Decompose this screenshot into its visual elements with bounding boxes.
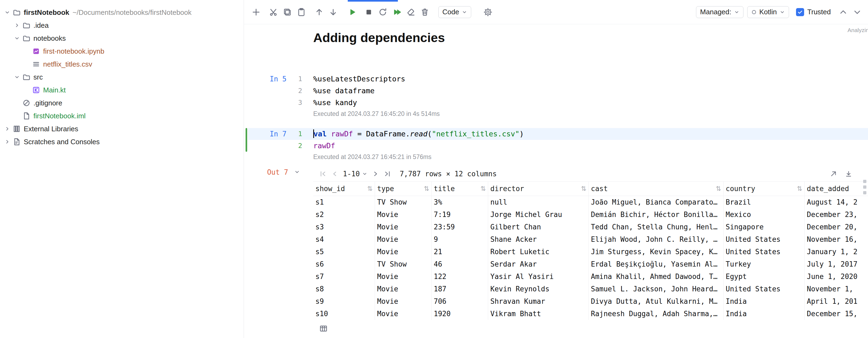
page-range-dropdown[interactable]: 1-10 — [343, 170, 367, 178]
table-cell[interactable]: s7 — [313, 270, 375, 283]
table-cell[interactable]: Jim Sturgess, Kevin Spacey, K… — [589, 246, 723, 258]
table-cell[interactable]: Brazil — [723, 196, 805, 208]
table-cell[interactable]: July 1, 2017 — [805, 258, 868, 270]
open-in-new-window-button[interactable] — [828, 168, 839, 179]
table-cell[interactable]: Singapore — [723, 221, 805, 233]
table-cell[interactable]: Demián Bichir, Héctor Bonilla… — [589, 208, 723, 221]
run-cell-button[interactable] — [346, 6, 359, 19]
column-header-date_added[interactable]: date_added⇅ — [805, 182, 868, 196]
table-cell[interactable]: Movie — [375, 270, 432, 283]
tree-item-firstnotebook-iml[interactable]: firstNotebook.iml — [0, 110, 244, 122]
table-cell[interactable]: June 1, 2020 — [805, 270, 868, 283]
column-header-cast[interactable]: cast⇅ — [589, 182, 723, 196]
sort-icon[interactable]: ⇅ — [797, 185, 802, 192]
column-header-type[interactable]: type⇅ — [375, 182, 432, 196]
managed-dropdown[interactable]: Managed: — [696, 6, 743, 18]
paste-cell-button[interactable] — [295, 6, 308, 19]
chevron-down-icon[interactable] — [4, 9, 11, 16]
table-cell[interactable]: Erdal Beşikçioğlu, Yasemin Al… — [589, 258, 723, 270]
table-cell[interactable]: s2 — [313, 208, 375, 221]
chevron-right-icon[interactable] — [4, 125, 11, 132]
table-cell[interactable]: 9 — [432, 233, 488, 246]
sort-icon[interactable]: ⇅ — [716, 185, 721, 192]
table-cell[interactable]: India — [723, 308, 805, 320]
tree-item-notebooks[interactable]: notebooks — [0, 32, 244, 45]
table-cell[interactable]: Mexico — [723, 208, 805, 221]
chevron-right-icon[interactable] — [13, 22, 21, 29]
table-cell[interactable]: Kevin Reynolds — [488, 283, 589, 295]
table-cell[interactable]: Jorge Michel Grau — [488, 208, 589, 221]
sort-icon[interactable]: ⇅ — [480, 185, 486, 192]
table-cell[interactable]: Serdar Akar — [488, 258, 589, 270]
table-cell[interactable]: s3 — [313, 221, 375, 233]
table-cell[interactable]: 706 — [432, 295, 488, 308]
cell-type-dropdown[interactable]: Code — [438, 6, 471, 18]
code-cell-in5[interactable]: In 51%useLatestDescriptors2%use datafram… — [244, 73, 868, 118]
code-text[interactable]: val rawDf = DataFrame.read("netflix_titl… — [313, 128, 524, 140]
table-cell[interactable]: Amina Khalil, Ahmed Dawood, T… — [589, 270, 723, 283]
sort-icon[interactable]: ⇅ — [367, 185, 373, 192]
code-text[interactable]: %use kandy — [313, 97, 357, 109]
table-cell[interactable]: August 14, 2 — [805, 196, 868, 208]
move-cell-up-button[interactable] — [313, 6, 326, 19]
code-text[interactable]: %use dataframe — [313, 85, 375, 97]
table-cell[interactable]: Movie — [375, 283, 432, 295]
code-text[interactable]: %useLatestDescriptors — [313, 73, 405, 85]
copy-cell-button[interactable] — [281, 6, 294, 19]
column-header-show_id[interactable]: show_id⇅ — [313, 182, 375, 196]
table-cell[interactable]: Movie — [375, 308, 432, 320]
table-cell[interactable]: s6 — [313, 258, 375, 270]
table-cell[interactable]: João Miguel, Bianca Comparato… — [589, 196, 723, 208]
code-cell-in7[interactable]: In 71val rawDf = DataFrame.read("netflix… — [244, 128, 868, 161]
code-text[interactable]: rawDf — [313, 140, 335, 152]
table-cell[interactable]: Movie — [375, 295, 432, 308]
table-cell[interactable]: Rajneesh Duggal, Adah Sharma,… — [589, 308, 723, 320]
table-cell[interactable]: April 1, 201 — [805, 295, 868, 308]
table-cell[interactable]: Divya Dutta, Atul Kulkarni, M… — [589, 295, 723, 308]
table-cell[interactable]: United States — [723, 233, 805, 246]
table-cell[interactable]: November 16, — [805, 233, 868, 246]
tree-item-scratches-and-consoles[interactable]: Scratches and Consoles — [0, 135, 244, 148]
table-cell[interactable]: s1 — [313, 196, 375, 208]
tree-item-root[interactable]: firstNotebook ~/Documents/notebooks/firs… — [0, 6, 244, 19]
table-cell[interactable]: United States — [723, 283, 805, 295]
restart-kernel-button[interactable] — [376, 6, 389, 19]
kernel-dropdown[interactable]: Kotlin — [747, 6, 789, 18]
table-cell[interactable]: s5 — [313, 246, 375, 258]
table-cell[interactable]: Vikram Bhatt — [488, 308, 589, 320]
table-view-button[interactable] — [317, 323, 330, 334]
table-cell[interactable]: Egypt — [723, 270, 805, 283]
table-cell[interactable]: s4 — [313, 233, 375, 246]
table-cell[interactable]: United States — [723, 246, 805, 258]
download-button[interactable] — [843, 168, 854, 179]
table-cell[interactable]: Tedd Chan, Stella Chung, Henl… — [589, 221, 723, 233]
tree-item-netflix-titles-csv[interactable]: netflix_titles.csv — [0, 58, 244, 71]
table-cell[interactable]: Yasir Al Yasiri — [488, 270, 589, 283]
drag-handle-icon[interactable] — [863, 180, 866, 194]
first-page-button[interactable] — [317, 168, 328, 179]
delete-cell-button[interactable] — [418, 6, 431, 19]
table-cell[interactable]: TV Show — [375, 196, 432, 208]
table-cell[interactable]: Shane Acker — [488, 233, 589, 246]
table-cell[interactable]: November 1, — [805, 283, 868, 295]
add-cell-button[interactable] — [250, 6, 262, 19]
table-cell[interactable]: s8 — [313, 283, 375, 295]
tree-item-src[interactable]: src — [0, 71, 244, 84]
collapse-output-icon[interactable] — [294, 169, 300, 175]
stop-kernel-button[interactable] — [362, 6, 375, 19]
table-cell[interactable]: 23:59 — [432, 221, 488, 233]
column-header-country[interactable]: country⇅ — [723, 182, 805, 196]
cut-cell-button[interactable] — [267, 6, 280, 19]
table-cell[interactable]: s9 — [313, 295, 375, 308]
table-cell[interactable]: 3% — [432, 196, 488, 208]
notebook-settings-button[interactable] — [482, 6, 494, 19]
expand-all-outputs-button[interactable] — [851, 6, 864, 19]
table-cell[interactable]: 122 — [432, 270, 488, 283]
column-header-director[interactable]: director⇅ — [488, 182, 589, 196]
table-cell[interactable]: December 23, — [805, 208, 868, 221]
table-cell[interactable]: Movie — [375, 208, 432, 221]
tree-item-main-kt[interactable]: Main.kt — [0, 84, 244, 96]
table-cell[interactable]: Movie — [375, 246, 432, 258]
tree-item-gitignore[interactable]: .gitignore — [0, 96, 244, 110]
move-cell-down-button[interactable] — [327, 6, 340, 19]
